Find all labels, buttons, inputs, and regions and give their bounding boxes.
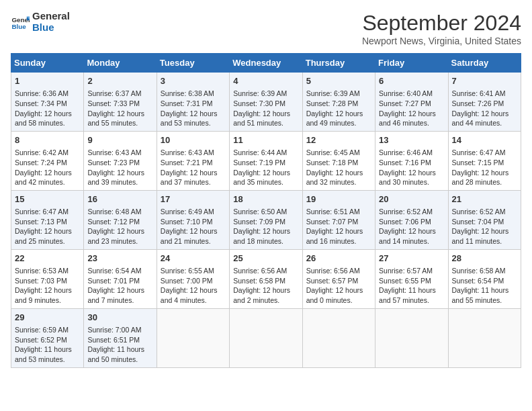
calendar-cell: 20Sunrise: 6:52 AM Sunset: 7:06 PM Dayli… bbox=[375, 190, 448, 249]
calendar-cell: 22Sunrise: 6:53 AM Sunset: 7:03 PM Dayli… bbox=[11, 249, 84, 308]
day-info: Sunrise: 6:56 AM Sunset: 6:58 PM Dayligh… bbox=[233, 266, 298, 306]
day-number: 5 bbox=[306, 75, 371, 87]
header-cell-wednesday: Wednesday bbox=[230, 54, 302, 73]
calendar-cell: 4Sunrise: 6:39 AM Sunset: 7:30 PM Daylig… bbox=[230, 73, 302, 132]
header-cell-thursday: Thursday bbox=[302, 54, 375, 73]
calendar-cell bbox=[302, 308, 375, 367]
calendar-cell: 28Sunrise: 6:58 AM Sunset: 6:54 PM Dayli… bbox=[448, 249, 521, 308]
day-info: Sunrise: 6:45 AM Sunset: 7:18 PM Dayligh… bbox=[306, 148, 371, 187]
day-info: Sunrise: 6:43 AM Sunset: 7:23 PM Dayligh… bbox=[87, 148, 152, 187]
day-number: 6 bbox=[379, 75, 444, 87]
calendar-cell: 9Sunrise: 6:43 AM Sunset: 7:23 PM Daylig… bbox=[84, 131, 157, 190]
day-info: Sunrise: 6:55 AM Sunset: 7:00 PM Dayligh… bbox=[161, 266, 226, 306]
day-number: 20 bbox=[379, 193, 444, 205]
day-info: Sunrise: 6:52 AM Sunset: 7:04 PM Dayligh… bbox=[452, 207, 517, 246]
day-info: Sunrise: 6:44 AM Sunset: 7:19 PM Dayligh… bbox=[233, 148, 298, 187]
day-info: Sunrise: 6:56 AM Sunset: 6:57 PM Dayligh… bbox=[306, 266, 371, 306]
day-number: 28 bbox=[452, 253, 517, 265]
calendar-cell: 12Sunrise: 6:45 AM Sunset: 7:18 PM Dayli… bbox=[302, 131, 375, 190]
header-cell-saturday: Saturday bbox=[448, 54, 521, 73]
day-number: 1 bbox=[15, 75, 80, 87]
header-cell-tuesday: Tuesday bbox=[157, 54, 229, 73]
calendar-cell: 30Sunrise: 7:00 AM Sunset: 6:51 PM Dayli… bbox=[84, 308, 157, 367]
day-info: Sunrise: 6:54 AM Sunset: 7:01 PM Dayligh… bbox=[87, 266, 152, 306]
day-number: 24 bbox=[161, 253, 226, 265]
calendar-cell: 13Sunrise: 6:46 AM Sunset: 7:16 PM Dayli… bbox=[375, 131, 448, 190]
day-number: 27 bbox=[379, 253, 444, 265]
logo: General Blue General Blue bbox=[11, 11, 70, 33]
day-number: 13 bbox=[379, 134, 444, 146]
calendar-header: SundayMondayTuesdayWednesdayThursdayFrid… bbox=[11, 54, 521, 73]
calendar-cell: 26Sunrise: 6:56 AM Sunset: 6:57 PM Dayli… bbox=[302, 249, 375, 308]
day-number: 9 bbox=[87, 134, 152, 146]
day-info: Sunrise: 6:40 AM Sunset: 7:27 PM Dayligh… bbox=[379, 89, 444, 128]
day-number: 18 bbox=[233, 193, 298, 205]
header-cell-monday: Monday bbox=[84, 54, 157, 73]
calendar-cell: 8Sunrise: 6:42 AM Sunset: 7:24 PM Daylig… bbox=[11, 131, 84, 190]
day-info: Sunrise: 6:57 AM Sunset: 6:55 PM Dayligh… bbox=[379, 266, 444, 306]
day-number: 15 bbox=[15, 193, 80, 205]
day-info: Sunrise: 6:58 AM Sunset: 6:54 PM Dayligh… bbox=[452, 266, 517, 306]
day-info: Sunrise: 6:47 AM Sunset: 7:15 PM Dayligh… bbox=[452, 148, 517, 187]
calendar-cell: 1Sunrise: 6:36 AM Sunset: 7:34 PM Daylig… bbox=[11, 73, 84, 132]
day-number: 17 bbox=[161, 193, 226, 205]
day-info: Sunrise: 6:43 AM Sunset: 7:21 PM Dayligh… bbox=[161, 148, 226, 187]
calendar-table: SundayMondayTuesdayWednesdayThursdayFrid… bbox=[11, 53, 521, 368]
calendar-week-1: 1Sunrise: 6:36 AM Sunset: 7:34 PM Daylig… bbox=[11, 73, 521, 132]
day-info: Sunrise: 6:52 AM Sunset: 7:06 PM Dayligh… bbox=[379, 207, 444, 246]
day-number: 21 bbox=[452, 193, 517, 205]
calendar-cell: 15Sunrise: 6:47 AM Sunset: 7:13 PM Dayli… bbox=[11, 190, 84, 249]
day-info: Sunrise: 6:47 AM Sunset: 7:13 PM Dayligh… bbox=[15, 207, 80, 246]
calendar-cell: 16Sunrise: 6:48 AM Sunset: 7:12 PM Dayli… bbox=[84, 190, 157, 249]
day-info: Sunrise: 6:50 AM Sunset: 7:09 PM Dayligh… bbox=[233, 207, 298, 246]
day-info: Sunrise: 7:00 AM Sunset: 6:51 PM Dayligh… bbox=[87, 325, 152, 365]
calendar-body: 1Sunrise: 6:36 AM Sunset: 7:34 PM Daylig… bbox=[11, 73, 521, 368]
calendar-cell: 24Sunrise: 6:55 AM Sunset: 7:00 PM Dayli… bbox=[157, 249, 229, 308]
day-number: 29 bbox=[15, 312, 80, 324]
day-info: Sunrise: 6:42 AM Sunset: 7:24 PM Dayligh… bbox=[15, 148, 80, 187]
day-info: Sunrise: 6:36 AM Sunset: 7:34 PM Dayligh… bbox=[15, 89, 80, 128]
day-number: 7 bbox=[452, 75, 517, 87]
day-info: Sunrise: 6:53 AM Sunset: 7:03 PM Dayligh… bbox=[15, 266, 80, 306]
title-block: September 2024 Newport News, Virginia, U… bbox=[362, 11, 521, 46]
calendar-cell bbox=[448, 308, 521, 367]
header-cell-friday: Friday bbox=[375, 54, 448, 73]
day-number: 4 bbox=[233, 75, 298, 87]
day-info: Sunrise: 6:46 AM Sunset: 7:16 PM Dayligh… bbox=[379, 148, 444, 187]
calendar-week-2: 8Sunrise: 6:42 AM Sunset: 7:24 PM Daylig… bbox=[11, 131, 521, 190]
day-info: Sunrise: 6:59 AM Sunset: 6:52 PM Dayligh… bbox=[15, 325, 80, 365]
day-number: 3 bbox=[161, 75, 226, 87]
day-info: Sunrise: 6:49 AM Sunset: 7:10 PM Dayligh… bbox=[161, 207, 226, 246]
calendar-cell: 21Sunrise: 6:52 AM Sunset: 7:04 PM Dayli… bbox=[448, 190, 521, 249]
calendar-cell: 19Sunrise: 6:51 AM Sunset: 7:07 PM Dayli… bbox=[302, 190, 375, 249]
calendar-week-4: 22Sunrise: 6:53 AM Sunset: 7:03 PM Dayli… bbox=[11, 249, 521, 308]
day-number: 22 bbox=[15, 253, 80, 265]
day-info: Sunrise: 6:37 AM Sunset: 7:33 PM Dayligh… bbox=[87, 89, 152, 128]
day-number: 11 bbox=[233, 134, 298, 146]
calendar-week-3: 15Sunrise: 6:47 AM Sunset: 7:13 PM Dayli… bbox=[11, 190, 521, 249]
calendar-cell: 14Sunrise: 6:47 AM Sunset: 7:15 PM Dayli… bbox=[448, 131, 521, 190]
calendar-cell: 6Sunrise: 6:40 AM Sunset: 7:27 PM Daylig… bbox=[375, 73, 448, 132]
day-number: 14 bbox=[452, 134, 517, 146]
calendar-cell: 2Sunrise: 6:37 AM Sunset: 7:33 PM Daylig… bbox=[84, 73, 157, 132]
calendar-cell: 17Sunrise: 6:49 AM Sunset: 7:10 PM Dayli… bbox=[157, 190, 229, 249]
day-number: 2 bbox=[87, 75, 152, 87]
header-cell-sunday: Sunday bbox=[11, 54, 84, 73]
svg-text:Blue: Blue bbox=[11, 22, 26, 30]
day-number: 8 bbox=[15, 134, 80, 146]
day-number: 30 bbox=[87, 312, 152, 324]
calendar-cell bbox=[375, 308, 448, 367]
calendar-cell: 23Sunrise: 6:54 AM Sunset: 7:01 PM Dayli… bbox=[84, 249, 157, 308]
header-row: SundayMondayTuesdayWednesdayThursdayFrid… bbox=[11, 54, 521, 73]
logo-line2: Blue bbox=[32, 22, 70, 34]
calendar-cell: 18Sunrise: 6:50 AM Sunset: 7:09 PM Dayli… bbox=[230, 190, 302, 249]
calendar-cell bbox=[230, 308, 302, 367]
calendar-cell: 27Sunrise: 6:57 AM Sunset: 6:55 PM Dayli… bbox=[375, 249, 448, 308]
calendar-cell: 7Sunrise: 6:41 AM Sunset: 7:26 PM Daylig… bbox=[448, 73, 521, 132]
day-info: Sunrise: 6:38 AM Sunset: 7:31 PM Dayligh… bbox=[161, 89, 226, 128]
day-info: Sunrise: 6:39 AM Sunset: 7:30 PM Dayligh… bbox=[233, 89, 298, 128]
logo-line1: General bbox=[32, 11, 70, 22]
day-number: 10 bbox=[161, 134, 226, 146]
day-number: 16 bbox=[87, 193, 152, 205]
calendar-cell: 3Sunrise: 6:38 AM Sunset: 7:31 PM Daylig… bbox=[157, 73, 229, 132]
